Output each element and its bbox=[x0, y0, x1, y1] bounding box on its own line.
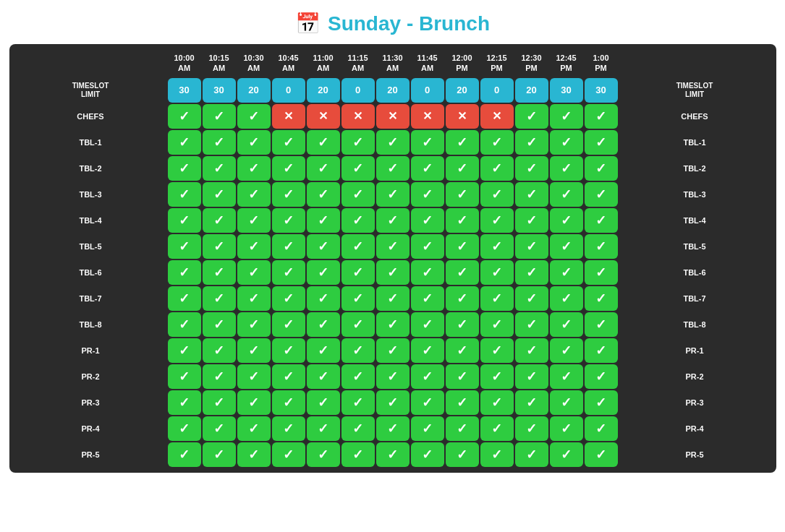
cell-6-7[interactable]: ✓ bbox=[411, 260, 444, 285]
cell-3-1[interactable]: ✓ bbox=[203, 182, 236, 207]
cell-11-2[interactable]: ✓ bbox=[237, 390, 271, 415]
cell-1-3[interactable]: ✓ bbox=[272, 130, 305, 155]
cell-7-10[interactable]: ✓ bbox=[515, 286, 548, 311]
cell-0-3[interactable]: ✕ bbox=[272, 104, 305, 129]
cell-11-4[interactable]: ✓ bbox=[307, 390, 340, 415]
cell-6-3[interactable]: ✓ bbox=[272, 260, 305, 285]
cell-4-10[interactable]: ✓ bbox=[515, 208, 548, 233]
cell-12-7[interactable]: ✓ bbox=[411, 416, 444, 441]
cell-12-10[interactable]: ✓ bbox=[515, 416, 548, 441]
cell-3-12[interactable]: ✓ bbox=[585, 182, 618, 207]
cell-8-6[interactable]: ✓ bbox=[376, 312, 410, 337]
cell-10-1[interactable]: ✓ bbox=[203, 364, 236, 389]
cell-4-5[interactable]: ✓ bbox=[341, 208, 375, 233]
cell-5-9[interactable]: ✓ bbox=[480, 234, 514, 259]
cell-13-2[interactable]: ✓ bbox=[237, 442, 271, 467]
cell-3-6[interactable]: ✓ bbox=[376, 182, 410, 207]
cell-6-0[interactable]: ✓ bbox=[168, 260, 201, 285]
cell-0-12[interactable]: ✓ bbox=[585, 104, 618, 129]
cell-5-0[interactable]: ✓ bbox=[168, 234, 201, 259]
limit-cell-1[interactable]: 30 bbox=[203, 78, 236, 103]
cell-4-0[interactable]: ✓ bbox=[168, 208, 201, 233]
cell-13-0[interactable]: ✓ bbox=[168, 442, 201, 467]
cell-2-10[interactable]: ✓ bbox=[515, 156, 548, 181]
cell-9-9[interactable]: ✓ bbox=[480, 338, 514, 363]
limit-cell-12[interactable]: 30 bbox=[585, 78, 618, 103]
cell-13-3[interactable]: ✓ bbox=[272, 442, 305, 467]
cell-11-6[interactable]: ✓ bbox=[376, 390, 410, 415]
cell-3-5[interactable]: ✓ bbox=[341, 182, 375, 207]
cell-6-1[interactable]: ✓ bbox=[203, 260, 236, 285]
cell-10-3[interactable]: ✓ bbox=[272, 364, 305, 389]
cell-1-5[interactable]: ✓ bbox=[341, 130, 375, 155]
cell-1-9[interactable]: ✓ bbox=[480, 130, 514, 155]
cell-5-4[interactable]: ✓ bbox=[307, 234, 340, 259]
cell-4-11[interactable]: ✓ bbox=[550, 208, 583, 233]
cell-2-2[interactable]: ✓ bbox=[237, 156, 271, 181]
cell-10-5[interactable]: ✓ bbox=[341, 364, 375, 389]
cell-10-6[interactable]: ✓ bbox=[376, 364, 410, 389]
cell-2-5[interactable]: ✓ bbox=[341, 156, 375, 181]
cell-4-7[interactable]: ✓ bbox=[411, 208, 444, 233]
cell-8-5[interactable]: ✓ bbox=[341, 312, 375, 337]
cell-11-1[interactable]: ✓ bbox=[203, 390, 236, 415]
cell-12-3[interactable]: ✓ bbox=[272, 416, 305, 441]
cell-9-5[interactable]: ✓ bbox=[341, 338, 375, 363]
cell-3-3[interactable]: ✓ bbox=[272, 182, 305, 207]
cell-2-4[interactable]: ✓ bbox=[307, 156, 340, 181]
cell-6-5[interactable]: ✓ bbox=[341, 260, 375, 285]
cell-12-11[interactable]: ✓ bbox=[550, 416, 583, 441]
cell-0-0[interactable]: ✓ bbox=[168, 104, 201, 129]
cell-9-10[interactable]: ✓ bbox=[515, 338, 548, 363]
cell-12-12[interactable]: ✓ bbox=[585, 416, 618, 441]
cell-6-9[interactable]: ✓ bbox=[480, 260, 514, 285]
cell-7-9[interactable]: ✓ bbox=[480, 286, 514, 311]
cell-11-10[interactable]: ✓ bbox=[515, 390, 548, 415]
cell-5-12[interactable]: ✓ bbox=[585, 234, 618, 259]
cell-3-7[interactable]: ✓ bbox=[411, 182, 444, 207]
cell-1-4[interactable]: ✓ bbox=[307, 130, 340, 155]
cell-11-8[interactable]: ✓ bbox=[446, 390, 479, 415]
cell-5-1[interactable]: ✓ bbox=[203, 234, 236, 259]
cell-4-6[interactable]: ✓ bbox=[376, 208, 410, 233]
limit-cell-0[interactable]: 30 bbox=[168, 78, 201, 103]
cell-4-1[interactable]: ✓ bbox=[203, 208, 236, 233]
cell-1-2[interactable]: ✓ bbox=[237, 130, 271, 155]
cell-10-4[interactable]: ✓ bbox=[307, 364, 340, 389]
cell-2-3[interactable]: ✓ bbox=[272, 156, 305, 181]
cell-11-5[interactable]: ✓ bbox=[341, 390, 375, 415]
cell-13-8[interactable]: ✓ bbox=[446, 442, 479, 467]
cell-11-12[interactable]: ✓ bbox=[585, 390, 618, 415]
cell-3-8[interactable]: ✓ bbox=[446, 182, 479, 207]
cell-8-9[interactable]: ✓ bbox=[480, 312, 514, 337]
cell-6-4[interactable]: ✓ bbox=[307, 260, 340, 285]
cell-13-1[interactable]: ✓ bbox=[203, 442, 236, 467]
cell-0-8[interactable]: ✕ bbox=[446, 104, 479, 129]
cell-0-9[interactable]: ✕ bbox=[480, 104, 514, 129]
cell-12-9[interactable]: ✓ bbox=[480, 416, 514, 441]
cell-4-3[interactable]: ✓ bbox=[272, 208, 305, 233]
cell-13-4[interactable]: ✓ bbox=[307, 442, 340, 467]
cell-8-11[interactable]: ✓ bbox=[550, 312, 583, 337]
limit-cell-11[interactable]: 30 bbox=[550, 78, 583, 103]
cell-5-3[interactable]: ✓ bbox=[272, 234, 305, 259]
cell-7-11[interactable]: ✓ bbox=[550, 286, 583, 311]
cell-1-0[interactable]: ✓ bbox=[168, 130, 201, 155]
cell-9-2[interactable]: ✓ bbox=[237, 338, 271, 363]
cell-2-9[interactable]: ✓ bbox=[480, 156, 514, 181]
cell-0-4[interactable]: ✕ bbox=[307, 104, 340, 129]
cell-10-8[interactable]: ✓ bbox=[446, 364, 479, 389]
cell-8-1[interactable]: ✓ bbox=[203, 312, 236, 337]
cell-7-2[interactable]: ✓ bbox=[237, 286, 271, 311]
cell-2-7[interactable]: ✓ bbox=[411, 156, 444, 181]
cell-11-7[interactable]: ✓ bbox=[411, 390, 444, 415]
cell-3-0[interactable]: ✓ bbox=[168, 182, 201, 207]
cell-12-8[interactable]: ✓ bbox=[446, 416, 479, 441]
cell-0-7[interactable]: ✕ bbox=[411, 104, 444, 129]
cell-8-0[interactable]: ✓ bbox=[168, 312, 201, 337]
limit-cell-10[interactable]: 20 bbox=[515, 78, 548, 103]
cell-12-5[interactable]: ✓ bbox=[341, 416, 375, 441]
cell-9-8[interactable]: ✓ bbox=[446, 338, 479, 363]
cell-1-11[interactable]: ✓ bbox=[550, 130, 583, 155]
cell-1-6[interactable]: ✓ bbox=[376, 130, 410, 155]
